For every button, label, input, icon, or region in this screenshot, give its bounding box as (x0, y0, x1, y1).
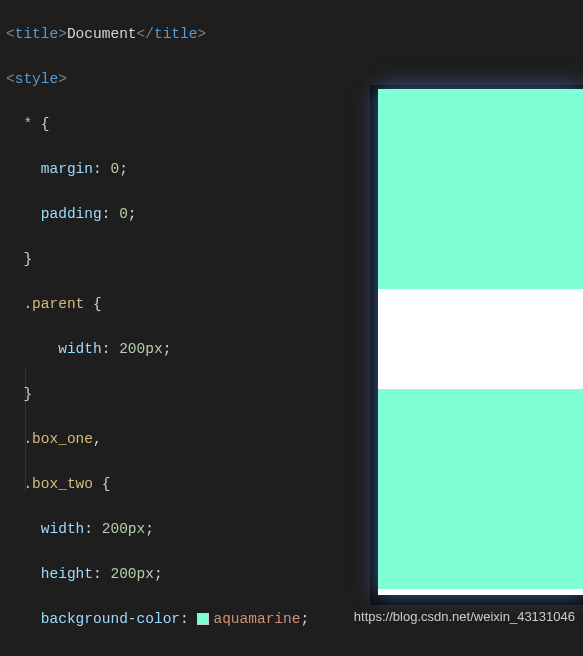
watermark-text: https://blog.csdn.net/weixin_43131046 (354, 606, 575, 629)
code-editor[interactable]: <title>Document</title> <style> * { marg… (0, 0, 370, 656)
code-line: margin: 0; (6, 158, 370, 181)
code-line: .box_two { (6, 473, 370, 496)
code-line: <title>Document</title> (6, 23, 370, 46)
browser-preview (370, 85, 583, 605)
code-line: width: 200px; (6, 518, 370, 541)
code-line: } (6, 383, 370, 406)
box-one (378, 89, 583, 289)
box-two (378, 389, 583, 589)
code-line: } (6, 248, 370, 271)
code-line: width: 200px; (6, 338, 370, 361)
code-line: <style> (6, 68, 370, 91)
code-line: .box_one, (6, 428, 370, 451)
code-line: background-color: aquamarine; (6, 608, 370, 631)
preview-page (378, 89, 583, 595)
color-swatch (197, 613, 209, 625)
code-line: * { (6, 113, 370, 136)
code-line: float: left; (6, 653, 370, 657)
code-line: height: 200px; (6, 563, 370, 586)
code-line: .parent { (6, 293, 370, 316)
margin-gap (378, 289, 583, 389)
code-line: padding: 0; (6, 203, 370, 226)
